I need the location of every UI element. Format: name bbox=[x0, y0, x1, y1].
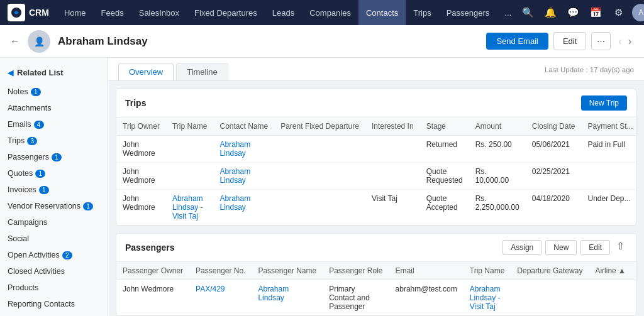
logo[interactable]: CRM bbox=[8, 4, 49, 21]
tab-timeline[interactable]: Timeline bbox=[176, 63, 228, 80]
trips-section-header: Trips New Trip bbox=[116, 89, 636, 117]
sidebar: ◀ Related List Notes 1 Attachments Email… bbox=[0, 58, 108, 316]
nav-home[interactable]: Home bbox=[57, 0, 94, 25]
trip-row-1: John Wedmore Abraham Lindsay Returned Rs… bbox=[116, 136, 636, 163]
col-trip-name: Trip Name bbox=[166, 117, 214, 136]
trip-row-2: John Wedmore Abraham Lindsay Quote Reque… bbox=[116, 163, 636, 190]
trip-amount-1: Rs. 250.00 bbox=[469, 136, 526, 163]
sidebar-item-invoices[interactable]: Invoices 1 bbox=[0, 182, 108, 198]
trip-parent-fd-3 bbox=[274, 190, 365, 226]
new-passenger-button[interactable]: New bbox=[545, 240, 577, 255]
trip-contact-1: Abraham Lindsay bbox=[213, 136, 274, 163]
scroll-to-top-icon[interactable]: ⇧ bbox=[614, 240, 627, 255]
sidebar-item-attachments[interactable]: Attachments bbox=[0, 100, 108, 116]
passenger-role-1: Primary Contact and Passenger bbox=[323, 280, 389, 316]
trip-stage-1: Returned bbox=[420, 136, 469, 163]
col-passenger-name: Passenger Name bbox=[252, 262, 323, 280]
tab-overview[interactable]: Overview bbox=[118, 63, 174, 80]
passenger-email-1: abrahm@test.com bbox=[389, 280, 464, 316]
col-stage: Stage bbox=[420, 117, 469, 136]
calendar-icon[interactable]: 📅 bbox=[587, 4, 604, 21]
trip-stage-3: Quote Accepted bbox=[420, 190, 469, 226]
sidebar-item-emails[interactable]: Emails 4 bbox=[0, 116, 108, 133]
prev-record-button[interactable]: ‹ bbox=[616, 35, 624, 48]
back-button[interactable]: ← bbox=[10, 36, 20, 47]
trip-name-1 bbox=[166, 136, 214, 163]
contact-name: Abraham Lindsay bbox=[58, 35, 479, 48]
col-email: Email bbox=[389, 262, 464, 280]
passengers-table-wrapper: Passenger Owner Passenger No. Passenger … bbox=[116, 262, 636, 315]
edit-button[interactable]: Edit bbox=[553, 32, 586, 50]
trip-interested-1 bbox=[365, 136, 420, 163]
trips-table: Trip Owner Trip Name Contact Name Parent… bbox=[116, 117, 636, 225]
passenger-row-1: John Wedmore PAX/429 Abraham Lindsay Pri… bbox=[116, 280, 636, 316]
collapse-icon[interactable]: ◀ bbox=[8, 68, 13, 77]
nav-items: Home Feeds SalesInbox Fixed Departures L… bbox=[57, 0, 519, 25]
sidebar-item-reporting-contacts[interactable]: Reporting Contacts bbox=[0, 296, 108, 312]
sidebar-item-quotes[interactable]: Quotes 1 bbox=[0, 165, 108, 182]
last-update-label: Last Update : 17 day(s) ago bbox=[545, 66, 634, 77]
col-parent-fixed-departure: Parent Fixed Departure bbox=[274, 117, 365, 136]
sidebar-item-products[interactable]: Products bbox=[0, 280, 108, 296]
trip-payment-3: Under Dep... bbox=[581, 190, 636, 226]
passenger-gateway-1 bbox=[511, 280, 589, 316]
trips-section: Trips New Trip Trip Owner Trip Name Cont… bbox=[116, 89, 636, 226]
sidebar-item-vendor-reservations[interactable]: Vendor Reservations 1 bbox=[0, 198, 108, 214]
trip-owner-2: John Wedmore bbox=[116, 163, 166, 190]
sidebar-item-campaigns[interactable]: Campaigns bbox=[0, 214, 108, 231]
col-passenger-no: Passenger No. bbox=[189, 262, 252, 280]
edit-passenger-button[interactable]: Edit bbox=[580, 240, 610, 255]
content-area: Overview Timeline Last Update : 17 day(s… bbox=[108, 58, 644, 316]
notifications-icon[interactable]: 🔔 bbox=[541, 4, 559, 21]
assign-button[interactable]: Assign bbox=[502, 240, 541, 255]
sidebar-item-open-activities[interactable]: Open Activities 2 bbox=[0, 247, 108, 263]
trip-contact-3: Abraham Lindsay bbox=[213, 190, 274, 226]
nav-feeds[interactable]: Feeds bbox=[94, 0, 131, 25]
nav-salesinbox[interactable]: SalesInbox bbox=[131, 0, 187, 25]
main-layout: ◀ Related List Notes 1 Attachments Email… bbox=[0, 58, 644, 316]
nav-fixed-departures[interactable]: Fixed Departures bbox=[187, 0, 265, 25]
record-navigation: ‹ › bbox=[616, 35, 634, 48]
nav-right-icons: 🔍 🔔 💬 📅 ⚙ A ⋯ bbox=[519, 4, 644, 21]
trips-table-wrapper: Trip Owner Trip Name Contact Name Parent… bbox=[116, 117, 636, 225]
col-passenger-role: Passenger Role bbox=[323, 262, 389, 280]
trip-closing-2: 02/25/2021 bbox=[526, 163, 582, 190]
sidebar-item-closed-activities[interactable]: Closed Activities bbox=[0, 263, 108, 280]
trip-contact-2: Abraham Lindsay bbox=[213, 163, 274, 190]
chat-icon[interactable]: 💬 bbox=[564, 4, 582, 21]
settings-icon[interactable]: ⚙ bbox=[609, 4, 627, 21]
col-passenger-owner: Passenger Owner bbox=[116, 262, 189, 280]
more-actions-button[interactable]: ⋯ bbox=[591, 32, 611, 50]
nav-more[interactable]: ... bbox=[497, 0, 519, 25]
trip-closing-1: 05/06/2021 bbox=[526, 136, 582, 163]
col-contact-name: Contact Name bbox=[213, 117, 274, 136]
top-navigation: CRM Home Feeds SalesInbox Fixed Departur… bbox=[0, 0, 644, 25]
sidebar-item-notes[interactable]: Notes 1 bbox=[0, 84, 108, 100]
user-avatar[interactable]: A bbox=[632, 4, 644, 21]
search-icon[interactable]: 🔍 bbox=[519, 4, 536, 21]
sidebar-item-trips[interactable]: Trips 3 bbox=[0, 133, 108, 149]
nav-contacts[interactable]: Contacts bbox=[358, 0, 406, 25]
sidebar-item-social[interactable]: Social bbox=[0, 231, 108, 247]
contact-avatar: 👤 bbox=[28, 30, 50, 53]
passengers-section-header: Passengers Assign New Edit ⇧ bbox=[116, 234, 636, 262]
new-trip-button[interactable]: New Trip bbox=[581, 95, 627, 111]
trip-parent-fd-2 bbox=[274, 163, 365, 190]
nav-leads[interactable]: Leads bbox=[265, 0, 302, 25]
passengers-table: Passenger Owner Passenger No. Passenger … bbox=[116, 262, 636, 315]
nav-trips[interactable]: Trips bbox=[406, 0, 438, 25]
trips-section-title: Trips bbox=[125, 98, 146, 108]
passenger-airline-1 bbox=[589, 280, 632, 316]
next-record-button[interactable]: › bbox=[626, 35, 634, 48]
send-email-button[interactable]: Send Email bbox=[486, 33, 548, 50]
nav-passengers[interactable]: Passengers bbox=[439, 0, 497, 25]
passengers-section-title: Passengers bbox=[125, 242, 175, 253]
sidebar-item-passengers[interactable]: Passengers 1 bbox=[0, 149, 108, 165]
trip-amount-2: Rs. 10,000.00 bbox=[469, 163, 526, 190]
col-trip-owner: Trip Owner bbox=[116, 117, 166, 136]
passenger-trip-1: Abraham Lindsay - Visit Taj bbox=[464, 280, 511, 316]
nav-companies[interactable]: Companies bbox=[302, 0, 358, 25]
trip-closing-3: 04/18/2020 bbox=[526, 190, 582, 226]
col-interested-in: Interested In bbox=[365, 117, 420, 136]
trip-name-2 bbox=[166, 163, 214, 190]
